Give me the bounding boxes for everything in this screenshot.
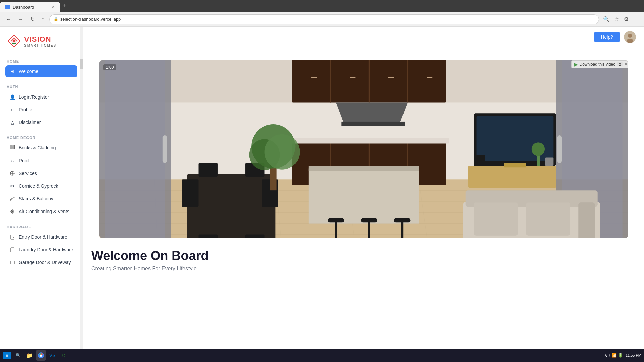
svg-rect-102 <box>545 158 554 166</box>
logo-smart: SMART HOMES <box>24 44 56 47</box>
sidebar-item-entry-door[interactable]: Entry Door & Hardware <box>5 231 77 243</box>
svg-rect-81 <box>468 166 556 188</box>
bookmark-icon[interactable]: ☆ <box>613 15 621 24</box>
svg-rect-43 <box>163 135 167 163</box>
garage-icon <box>9 259 15 265</box>
time-display: 11:55 PM <box>626 353 641 357</box>
nav-section-auth: AUTH 👤 Login/Register ○ Profile △ Discla… <box>0 79 83 130</box>
svg-rect-69 <box>401 221 404 238</box>
login-icon: 👤 <box>9 94 15 100</box>
section-label-hardware: HARDWARE <box>5 225 77 229</box>
scrollbar-thumb[interactable] <box>80 59 83 69</box>
section-label-home: HOME <box>5 59 77 63</box>
profile-icon: ○ <box>9 107 15 113</box>
svg-point-22 <box>628 34 632 38</box>
roof-label: Roof <box>19 158 29 163</box>
section-label-home-decor: HOME DECOR <box>5 136 77 140</box>
taskbar-file-explorer[interactable]: 📁 <box>24 350 35 361</box>
svg-rect-46 <box>557 135 562 163</box>
active-tab[interactable]: Dashboard ✕ <box>0 2 60 12</box>
logo-icon <box>7 34 21 48</box>
taskbar-chrome[interactable] <box>36 350 46 361</box>
bricks-label: Bricks & Cladding <box>19 145 56 150</box>
services-label: Services <box>19 171 37 176</box>
refresh-btn[interactable]: ↻ <box>28 15 37 24</box>
svg-rect-71 <box>182 179 198 207</box>
svg-rect-90 <box>578 202 595 238</box>
svg-rect-18 <box>10 261 14 264</box>
disclaimer-label: Disclaimer <box>19 120 41 125</box>
svg-rect-6 <box>13 147 15 149</box>
bricks-icon <box>9 145 15 151</box>
search-icon[interactable]: 🔍 <box>602 15 611 24</box>
svg-rect-85 <box>504 163 526 167</box>
entry-door-icon <box>9 234 15 240</box>
disclaimer-icon: △ <box>9 119 15 125</box>
menu-icon[interactable]: ⋮ <box>632 15 640 24</box>
download-btn-2[interactable]: 2 <box>617 62 623 66</box>
sidebar-item-bricks[interactable]: Bricks & Cladding <box>5 142 77 154</box>
tab-title: Dashboard <box>13 5 34 10</box>
main-content: 1:00 ▶ Download this video 2 ✕ Welcome O… <box>83 27 644 349</box>
taskbar-node[interactable]: ⬡ <box>58 350 69 361</box>
download-text: Download this video <box>579 62 615 67</box>
sidebar-item-profile[interactable]: ○ Profile <box>5 104 77 116</box>
scrollbar-track[interactable] <box>80 27 83 349</box>
help-button[interactable]: Help? <box>594 32 620 42</box>
time-text: 11:55 PM <box>626 353 641 357</box>
aircon-icon <box>9 208 15 215</box>
garage-label: Garage Door & Driveway <box>19 260 71 265</box>
start-button[interactable]: ⊞ <box>3 352 11 359</box>
back-btn[interactable]: ← <box>4 15 13 24</box>
sidebar-item-login[interactable]: 👤 Login/Register <box>5 91 77 103</box>
tab-close-btn[interactable]: ✕ <box>52 5 55 9</box>
welcome-section: Welcome On Board Creating Smarter Homes … <box>83 238 644 280</box>
welcome-title: Welcome On Board <box>91 249 636 263</box>
welcome-label: Welcome <box>19 69 38 74</box>
forward-btn[interactable]: → <box>16 15 25 24</box>
nav-section-hardware: HARDWARE Entry Door & Hardware Laundry D… <box>0 220 83 270</box>
taskbar-apps: 🔍 📁 VS ⬡ <box>13 350 603 361</box>
welcome-subtitle: Creating Smarter Homes For Every Lifesty… <box>91 266 636 272</box>
logo-area: VISION SMART HOMES <box>0 27 83 54</box>
svg-rect-65 <box>335 221 337 238</box>
taskbar-vscode[interactable]: VS <box>47 350 58 361</box>
svg-point-15 <box>13 237 14 238</box>
extensions-icon[interactable]: ⚙ <box>623 15 630 24</box>
address-bar[interactable]: 🔒 selection-dashboard.vercel.app <box>49 14 599 24</box>
svg-rect-62 <box>309 168 419 223</box>
sidebar-item-aircon[interactable]: Air Conditioning & Vents <box>5 205 77 218</box>
download-bar[interactable]: ▶ Download this video 2 ✕ <box>571 60 628 68</box>
home-btn[interactable]: ⌂ <box>39 15 47 24</box>
taskbar-search[interactable]: 🔍 <box>13 350 23 361</box>
sidebar-item-laundry-door[interactable]: Laundry Door & Hardware <box>5 244 77 256</box>
svg-rect-89 <box>526 202 570 235</box>
sidebar-item-services[interactable]: Services <box>5 167 77 179</box>
login-label: Login/Register <box>19 94 49 100</box>
stairs-icon <box>9 196 15 202</box>
taskbar-right: ∧ ♪ 📶 🔋 11:55 PM <box>604 353 641 358</box>
sidebar-item-disclaimer[interactable]: △ Disclaimer <box>5 116 77 128</box>
logo-text: VISION SMART HOMES <box>24 35 56 47</box>
new-tab-btn[interactable]: + <box>60 3 69 10</box>
taskbar-icons: ∧ ♪ 📶 🔋 <box>604 353 623 358</box>
svg-rect-73 <box>199 163 218 177</box>
download-close-btn[interactable]: ✕ <box>624 62 628 67</box>
svg-rect-88 <box>474 202 518 235</box>
nav-bar: ← → ↻ ⌂ 🔒 selection-dashboard.vercel.app… <box>0 12 644 27</box>
stairs-label: Stairs & Balcony <box>19 196 53 201</box>
top-header: Help? <box>166 27 644 47</box>
sidebar-item-roof[interactable]: ⌂ Roof <box>5 155 77 167</box>
sidebar-item-cornice[interactable]: ✂ Cornice & Gyprock <box>5 180 77 192</box>
profile-label: Profile <box>19 107 32 112</box>
sidebar-item-stairs[interactable]: Stairs & Balcony <box>5 193 77 205</box>
sidebar-item-welcome[interactable]: ⊞ Welcome <box>5 65 77 77</box>
svg-rect-75 <box>199 234 218 238</box>
sidebar-item-garage[interactable]: Garage Door & Driveway <box>5 256 77 268</box>
download-icon: ▶ <box>574 62 578 67</box>
avatar[interactable] <box>624 31 636 43</box>
svg-point-2 <box>13 40 15 42</box>
tab-favicon <box>5 5 10 9</box>
hero-image: 1:00 ▶ Download this video 2 ✕ <box>99 60 628 238</box>
svg-rect-103 <box>537 155 540 166</box>
